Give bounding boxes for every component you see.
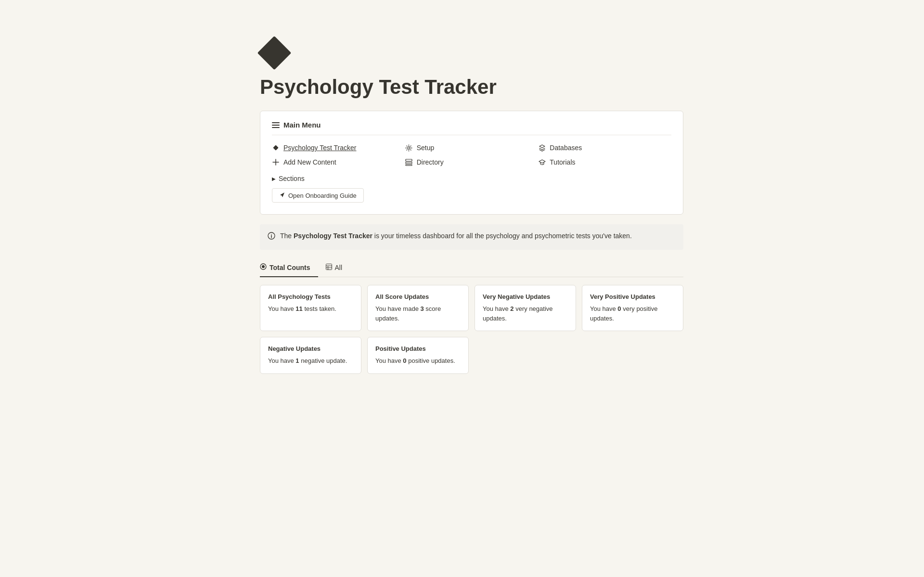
stat-card-negative-desc: You have 1 negative update. xyxy=(268,356,353,366)
page-title: Psychology Test Tracker xyxy=(260,75,683,99)
stat-card-very-positive: Very Positive Updates You have 0 very po… xyxy=(582,285,683,331)
stat-card-all-tests-desc: You have 11 tests taken. xyxy=(268,304,353,314)
onboarding-label: Open Onboarding Guide xyxy=(288,192,357,199)
psychology-tracker-label: Psychology Test Tracker xyxy=(283,144,356,152)
menu-item-tutorials[interactable]: Tutorials xyxy=(538,157,671,167)
svg-rect-3 xyxy=(273,145,278,151)
tab-total-counts-label: Total Counts xyxy=(270,264,310,271)
radio-icon xyxy=(260,263,267,271)
table-icon xyxy=(405,158,413,166)
menu-col-3: Databases Tutorials xyxy=(538,143,671,167)
svg-point-12 xyxy=(262,265,265,268)
stat-card-negative-title: Negative Updates xyxy=(268,345,353,352)
tutorials-label: Tutorials xyxy=(550,158,575,166)
menu-col-2: Setup Directory xyxy=(405,143,539,167)
gear-icon xyxy=(405,144,413,152)
svg-rect-8 xyxy=(406,162,412,164)
stat-card-all-tests: All Psychology Tests You have 11 tests t… xyxy=(260,285,361,331)
svg-rect-1 xyxy=(272,125,280,126)
info-banner: The Psychology Test Tracker is your time… xyxy=(260,224,683,250)
info-text: The Psychology Test Tracker is your time… xyxy=(280,231,632,241)
add-content-label: Add New Content xyxy=(283,158,336,166)
directory-label: Directory xyxy=(417,158,444,166)
stat-card-all-tests-title: All Psychology Tests xyxy=(268,293,353,300)
stat-card-score-updates: All Score Updates You have made 3 score … xyxy=(367,285,469,331)
svg-rect-0 xyxy=(272,122,280,123)
main-menu-title: Main Menu xyxy=(283,121,321,129)
onboarding-button[interactable]: Open Onboarding Guide xyxy=(272,188,364,203)
stats-grid-row2: Negative Updates You have 1 negative upd… xyxy=(260,337,683,374)
stat-card-positive-desc: You have 0 positive updates. xyxy=(375,356,461,366)
sections-label: Sections xyxy=(279,175,305,182)
graduation-icon xyxy=(538,158,546,166)
stat-card-very-positive-desc: You have 0 very positive updates. xyxy=(590,304,675,323)
stat-card-score-updates-title: All Score Updates xyxy=(375,293,461,300)
table-small-icon xyxy=(326,264,332,271)
navigation-icon xyxy=(279,192,285,199)
layers-icon xyxy=(538,144,546,152)
main-menu-header: Main Menu xyxy=(272,121,671,135)
stats-grid-row1: All Psychology Tests You have 11 tests t… xyxy=(260,285,683,331)
info-icon xyxy=(268,231,275,243)
tabs-row: Total Counts All xyxy=(260,259,683,277)
svg-point-6 xyxy=(408,147,410,149)
menu-col-1: Psychology Test Tracker Add New Content xyxy=(272,143,405,167)
svg-rect-9 xyxy=(406,165,412,166)
svg-rect-7 xyxy=(406,159,412,161)
stat-card-negative: Negative Updates You have 1 negative upd… xyxy=(260,337,361,374)
menu-item-directory[interactable]: Directory xyxy=(405,157,539,167)
triangle-icon: ▶ xyxy=(272,176,276,181)
tab-total-counts[interactable]: Total Counts xyxy=(260,259,318,277)
plus-icon xyxy=(272,158,280,166)
logo-icon xyxy=(260,38,289,67)
stat-card-very-negative-desc: You have 2 very negative updates. xyxy=(483,304,568,323)
page-wrapper: Psychology Test Tracker Main Menu xyxy=(221,0,703,412)
stat-card-score-updates-desc: You have made 3 score updates. xyxy=(375,304,461,323)
diamond-icon xyxy=(272,144,280,152)
stat-card-positive: Positive Updates You have 0 positive upd… xyxy=(367,337,469,374)
menu-stack-icon xyxy=(272,121,280,129)
menu-item-databases[interactable]: Databases xyxy=(538,143,671,153)
stat-card-very-positive-title: Very Positive Updates xyxy=(590,293,675,300)
stat-card-very-negative-title: Very Negative Updates xyxy=(483,293,568,300)
menu-item-setup[interactable]: Setup xyxy=(405,143,539,153)
stat-card-very-negative: Very Negative Updates You have 2 very ne… xyxy=(475,285,576,331)
svg-rect-13 xyxy=(326,264,332,270)
sections-toggle[interactable]: ▶ Sections xyxy=(272,175,671,182)
menu-grid: Psychology Test Tracker Add New Content xyxy=(272,143,671,167)
svg-rect-2 xyxy=(272,127,280,128)
databases-label: Databases xyxy=(550,144,582,152)
stat-card-positive-title: Positive Updates xyxy=(375,345,461,352)
tab-all-label: All xyxy=(335,264,343,271)
tab-all[interactable]: All xyxy=(326,260,350,276)
setup-label: Setup xyxy=(417,144,435,152)
menu-item-psychology-tracker[interactable]: Psychology Test Tracker xyxy=(272,143,405,153)
main-menu-card: Main Menu Psychology Test Tracker xyxy=(260,111,683,215)
menu-item-add-content[interactable]: Add New Content xyxy=(272,157,405,167)
